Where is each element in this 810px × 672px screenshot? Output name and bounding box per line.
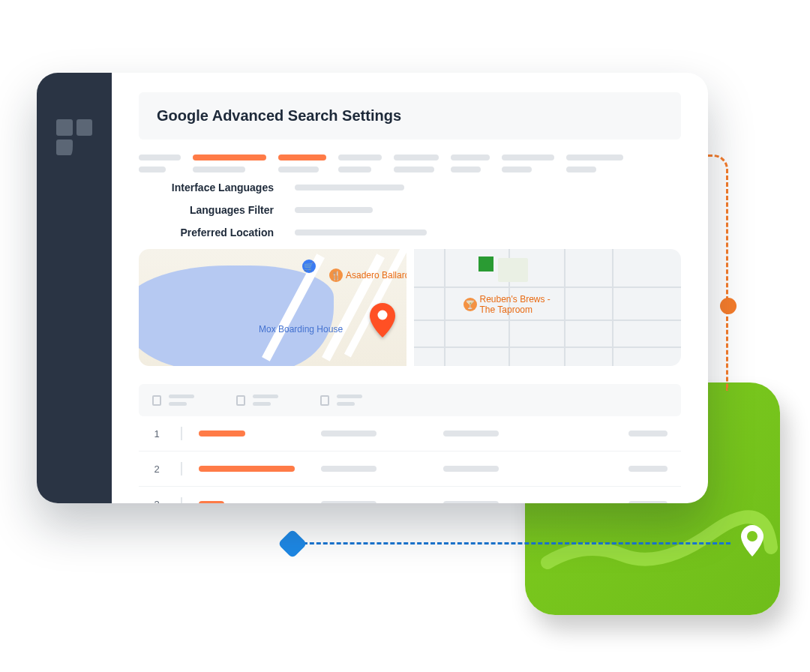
- map-poi-shopping-icon: 🛒: [302, 260, 316, 273]
- poi-label: Mox Boarding House: [259, 324, 343, 334]
- map-panel-right[interactable]: 🍸 Reuben's Brews - The Taproom: [414, 249, 682, 366]
- poi-label: Reuben's Brews -: [480, 294, 550, 304]
- app-window: Google Advanced Search Settings Interfac…: [37, 73, 708, 503]
- toolbar-item[interactable]: [394, 154, 439, 172]
- svg-point-1: [378, 310, 388, 320]
- setting-preferred-location: Preferred Location: [139, 226, 681, 238]
- map-park-marker: [478, 256, 494, 272]
- setting-languages-filter: Languages Filter: [139, 204, 681, 216]
- map-poi-mox: Mox Boarding House: [259, 324, 343, 334]
- map-poi-asadero: 🍴 Asadero Ballard: [329, 268, 406, 282]
- table-header-cell[interactable]: [152, 394, 194, 406]
- setting-label: Languages Filter: [139, 204, 274, 216]
- column-icon: [320, 395, 329, 406]
- map-location-pin-icon[interactable]: [370, 303, 395, 338]
- table-row[interactable]: 3: [139, 487, 681, 503]
- svg-point-0: [747, 531, 758, 542]
- map-poi-reubens: 🍸 Reuben's Brews - The Taproom: [464, 294, 550, 315]
- main-content: Google Advanced Search Settings Interfac…: [112, 73, 708, 503]
- row-divider: [181, 427, 182, 440]
- cell: [565, 501, 676, 503]
- cell-primary: [199, 501, 310, 503]
- table-row[interactable]: 1: [139, 416, 681, 452]
- sidebar: [37, 73, 112, 503]
- cell: [321, 466, 433, 472]
- toolbar-item[interactable]: [451, 154, 490, 172]
- setting-interface-languages: Interface Languages: [139, 182, 681, 194]
- map-street: [444, 249, 446, 366]
- toolbar-item[interactable]: [338, 154, 382, 172]
- cell: [443, 430, 555, 436]
- map-street: [414, 286, 682, 288]
- decorative-dashed-blue-line: [290, 542, 730, 544]
- map-street: [414, 320, 682, 321]
- settings-section: Interface Languages Languages Filter Pre…: [139, 182, 681, 238]
- toolbar-item[interactable]: [566, 154, 623, 172]
- cell: [321, 430, 433, 436]
- map-street: [564, 249, 566, 366]
- cell: [321, 501, 433, 503]
- page-title-text: Google Advanced Search Settings: [157, 107, 401, 124]
- setting-value-skeleton[interactable]: [295, 230, 427, 236]
- table-header: [139, 384, 681, 416]
- map-street: [414, 346, 682, 348]
- map-block: [498, 258, 528, 282]
- setting-label: Interface Languages: [139, 182, 274, 194]
- row-index: 1: [143, 428, 170, 440]
- cell: [565, 466, 676, 472]
- setting-value-skeleton[interactable]: [295, 207, 373, 213]
- cell: [443, 501, 555, 503]
- table-header-cell[interactable]: [320, 394, 362, 406]
- poi-label: The Taproom: [480, 304, 532, 315]
- column-icon: [152, 395, 161, 406]
- results-table: 123: [139, 384, 681, 503]
- page-title: Google Advanced Search Settings: [139, 92, 681, 140]
- cell: [565, 430, 676, 436]
- toolbar-skeleton: [139, 154, 681, 172]
- setting-value-skeleton[interactable]: [295, 184, 404, 190]
- table-row[interactable]: 2: [139, 452, 681, 487]
- decorative-blue-diamond: [278, 529, 308, 559]
- row-divider: [181, 497, 182, 503]
- column-icon: [236, 395, 245, 406]
- toolbar-item[interactable]: [139, 154, 181, 172]
- row-index: 2: [143, 464, 170, 475]
- row-divider: [181, 462, 182, 476]
- cell: [443, 466, 555, 472]
- app-logo-icon: [56, 119, 92, 155]
- toolbar-item[interactable]: [502, 154, 554, 172]
- decorative-orange-dot: [720, 298, 736, 314]
- setting-label: Preferred Location: [139, 226, 274, 238]
- row-index: 3: [143, 499, 170, 504]
- cell-primary: [199, 430, 310, 436]
- map-panel-left[interactable]: 🛒 🍴 Asadero Ballard Mox Boarding House: [139, 249, 406, 366]
- cell-primary: [199, 466, 310, 472]
- bar-icon: 🍸: [464, 298, 477, 311]
- map-street: [612, 249, 614, 366]
- table-header-cell[interactable]: [236, 394, 278, 406]
- location-map[interactable]: 🛒 🍴 Asadero Ballard Mox Boarding House: [139, 249, 681, 366]
- restaurant-icon: 🍴: [329, 268, 343, 282]
- poi-label: Asadero Ballard: [346, 270, 406, 280]
- toolbar-item-active[interactable]: [193, 154, 266, 172]
- toolbar-item-active[interactable]: [278, 154, 326, 172]
